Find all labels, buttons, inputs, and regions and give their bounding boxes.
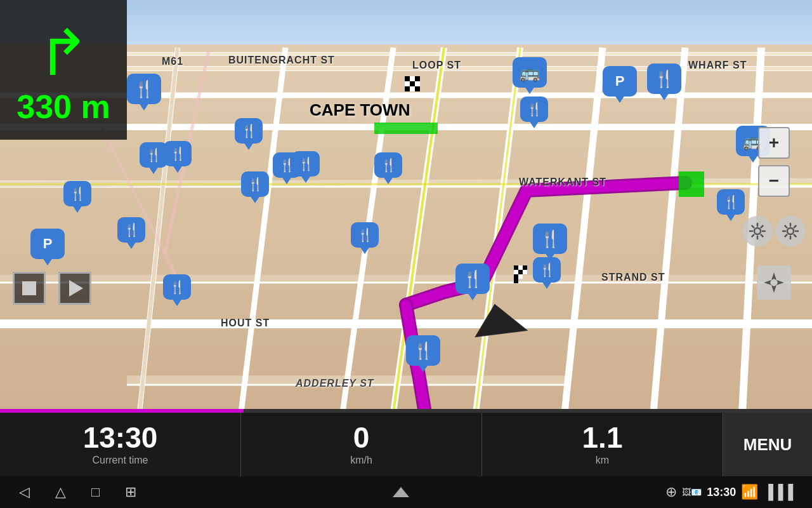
- poi-restaurant-9[interactable]: 🍴: [374, 152, 402, 178]
- svg-marker-56: [393, 487, 409, 497]
- svg-rect-34: [405, 81, 410, 86]
- settings-button-1[interactable]: [742, 216, 773, 246]
- poi-restaurant-14[interactable]: 🍴: [351, 222, 379, 248]
- svg-rect-33: [415, 76, 420, 81]
- svg-marker-54: [764, 280, 771, 285]
- play-icon: [69, 280, 83, 297]
- menu-label: MENU: [743, 435, 792, 455]
- poi-restaurant-2[interactable]: 🍴: [647, 64, 681, 94]
- svg-rect-32: [410, 76, 415, 81]
- poi-restaurant-3[interactable]: 🍴: [520, 97, 548, 122]
- svg-rect-47: [518, 274, 523, 279]
- svg-rect-40: [514, 265, 518, 270]
- street-m61: M61: [162, 56, 183, 67]
- street-wharf: WHARF ST: [688, 60, 747, 71]
- svg-rect-44: [518, 270, 523, 274]
- svg-rect-35: [410, 81, 415, 86]
- poi-restaurant-1[interactable]: 🍴: [127, 74, 161, 104]
- svg-rect-45: [523, 270, 527, 274]
- android-time: 13:30: [707, 486, 736, 499]
- zoom-in-button[interactable]: +: [758, 127, 790, 159]
- street-buitengracht: BUITENGRACHT ST: [228, 55, 335, 66]
- svg-point-50: [754, 228, 761, 234]
- svg-rect-42: [523, 265, 527, 270]
- svg-rect-37: [405, 86, 410, 91]
- svg-rect-46: [514, 274, 518, 283]
- android-left-icons: ◁ △ □ ⊞: [19, 484, 136, 500]
- street-loop: LOOP ST: [412, 60, 461, 71]
- poi-restaurant-19[interactable]: 🍴: [406, 335, 440, 366]
- street-hout: HOUT ST: [221, 318, 270, 329]
- poi-restaurant-13[interactable]: 🍴: [717, 189, 745, 215]
- svg-rect-43: [514, 270, 518, 274]
- svg-marker-53: [771, 285, 776, 293]
- street-waterkant: WATERKANT ST: [519, 177, 606, 188]
- poi-restaurant-8[interactable]: 🍴: [292, 151, 320, 177]
- speed-value: 0: [353, 423, 370, 452]
- android-bar: ◁ △ □ ⊞ ⊕ 🖼📧 13:30 📶 ▐▐▐: [0, 476, 812, 508]
- svg-rect-30: [374, 123, 438, 134]
- svg-rect-39: [415, 86, 420, 91]
- play-button[interactable]: [58, 272, 91, 305]
- speed-unit: km/h: [350, 455, 372, 466]
- location-icon: ⊕: [665, 484, 677, 500]
- android-right-area: ⊕ 🖼📧 13:30 📶 ▐▐▐: [665, 484, 793, 500]
- poi-bus-1[interactable]: 🚌: [513, 57, 547, 88]
- poi-restaurant-17[interactable]: 🍴: [455, 264, 490, 294]
- distance-value: 1.1: [582, 423, 623, 452]
- svg-rect-38: [410, 86, 415, 91]
- nav-distance: 330 m: [16, 88, 110, 126]
- poi-parking-2[interactable]: P: [30, 229, 65, 259]
- poi-restaurant-18[interactable]: 🍴: [533, 257, 561, 283]
- poi-parking-1[interactable]: P: [603, 66, 637, 97]
- right-controls: + −: [742, 127, 806, 300]
- current-time-label: Current time: [92, 455, 148, 466]
- distance-unit: km: [596, 455, 609, 466]
- signal-icon: ▐▐▐: [763, 484, 793, 500]
- svg-rect-29: [679, 171, 704, 197]
- svg-marker-55: [776, 280, 784, 285]
- map-area[interactable]: M61 BUITENGRACHT ST LOOP ST WHARF ST WAT…: [0, 0, 812, 413]
- poi-restaurant-12[interactable]: 🍴: [117, 217, 145, 243]
- svg-rect-41: [518, 265, 523, 270]
- nav-arrow: ↱: [37, 21, 90, 84]
- time-display: 13:30 Current time: [0, 413, 241, 476]
- svg-rect-31: [405, 76, 410, 81]
- poi-restaurant-6[interactable]: 🍴: [164, 141, 192, 166]
- poi-restaurant-10[interactable]: 🍴: [241, 171, 269, 197]
- destination-label: CAPE TOWN: [310, 100, 410, 120]
- status-bar: 13:30 Current time 0 km/h 1.1 km MENU: [0, 413, 812, 476]
- stop-button[interactable]: [13, 272, 46, 305]
- poi-restaurant-15[interactable]: 🍴: [533, 224, 567, 254]
- speed-display: 0 km/h: [241, 413, 482, 476]
- recenter-button[interactable]: [757, 265, 791, 300]
- settings-button-2[interactable]: [775, 216, 806, 246]
- poi-restaurant-4[interactable]: 🍴: [235, 118, 263, 144]
- home-button[interactable]: △: [55, 484, 66, 500]
- android-center-area: [391, 486, 410, 498]
- back-button[interactable]: ◁: [19, 484, 30, 500]
- menu-button[interactable]: MENU: [723, 413, 812, 476]
- recent-apps-button[interactable]: □: [91, 484, 100, 500]
- svg-point-51: [787, 228, 794, 234]
- current-time-value: 13:30: [83, 423, 158, 452]
- wifi-icon: 📶: [741, 484, 758, 500]
- zoom-out-button[interactable]: −: [758, 165, 790, 197]
- poi-restaurant-16[interactable]: 🍴: [163, 274, 191, 300]
- poi-restaurant-11[interactable]: 🍴: [63, 181, 91, 206]
- svg-rect-36: [415, 81, 420, 86]
- stop-icon: [22, 281, 36, 295]
- svg-marker-52: [771, 272, 776, 280]
- nav-panel: ↱ 330 m: [0, 0, 127, 140]
- playback-controls: [13, 272, 91, 305]
- distance-display: 1.1 km: [482, 413, 723, 476]
- street-adderley: ADDERLEY ST: [296, 378, 374, 389]
- qr-button[interactable]: ⊞: [125, 484, 136, 500]
- street-strand: STRAND ST: [601, 272, 665, 283]
